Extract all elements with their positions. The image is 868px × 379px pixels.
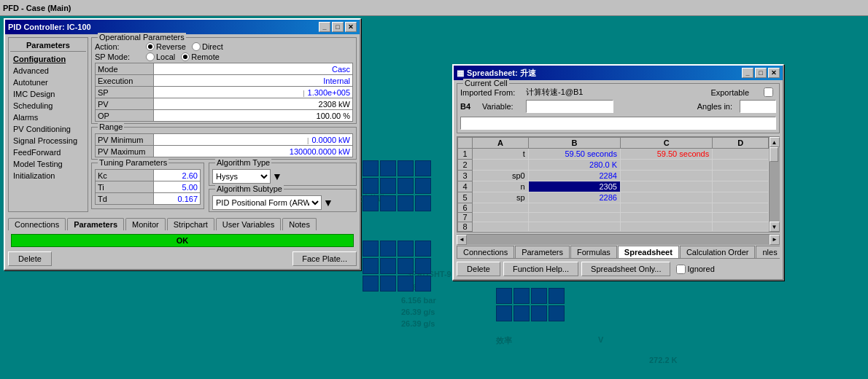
cell-b2[interactable]: 280.0 K (528, 160, 620, 171)
cell-a6[interactable] (473, 203, 529, 213)
ss-tab-nles[interactable]: nles (756, 246, 780, 258)
cell-b6[interactable] (528, 203, 620, 213)
cell-b7[interactable] (528, 213, 620, 222)
algo-type-dropdown-arrow[interactable]: ▼ (272, 171, 282, 182)
grid-vertical-scrollbar[interactable]: ▲ ▼ (769, 137, 779, 232)
formula-bar[interactable] (460, 117, 776, 130)
sidebar-item-advanced[interactable]: Advanced (10, 65, 86, 77)
spreadsheet-only-button[interactable]: Spreadsheet Only... (581, 262, 670, 276)
cell-b1[interactable]: 59.50 seconds (528, 149, 620, 160)
col-header-d[interactable]: D (713, 138, 769, 149)
cell-c7[interactable] (620, 213, 712, 222)
variable-input[interactable] (526, 100, 613, 113)
angles-in-input[interactable] (740, 100, 776, 113)
ss-tab-parameters[interactable]: Parameters (515, 246, 570, 258)
cell-d6[interactable] (713, 203, 769, 213)
scroll-right-button[interactable]: ► (770, 235, 780, 245)
scroll-thumb-v[interactable] (770, 147, 778, 162)
ss-close-button[interactable]: ✕ (768, 68, 780, 78)
sidebar-item-model-testing[interactable]: Model Testing (10, 158, 86, 170)
reverse-radio-circle[interactable] (146, 42, 155, 51)
cell-b8[interactable] (528, 222, 620, 232)
minimize-button[interactable]: _ (319, 22, 330, 32)
cell-c4[interactable] (620, 181, 712, 192)
kc-value[interactable]: 2.60 (154, 170, 201, 181)
face-plate-button[interactable]: Face Plate... (292, 251, 357, 266)
remote-radio-circle[interactable] (181, 52, 190, 61)
cell-c8[interactable] (620, 222, 712, 232)
cell-d4[interactable] (713, 181, 769, 192)
sidebar-item-feedforward[interactable]: FeedForward (10, 146, 86, 158)
local-radio-circle[interactable] (146, 52, 155, 61)
cell-c6[interactable] (620, 203, 712, 213)
cell-c1[interactable]: 59.50 seconds (620, 149, 712, 160)
col-header-a[interactable]: A (473, 138, 529, 149)
sp-remote[interactable]: Remote (181, 52, 220, 61)
sidebar-item-pv-conditioning[interactable]: PV Conditioning (10, 123, 86, 135)
tab-user-variables[interactable]: User Variables (216, 218, 281, 230)
pv-max-value[interactable]: 130000.0000 kW (154, 146, 353, 157)
sidebar-item-alarms[interactable]: Alarms (10, 112, 86, 123)
ss-maximize-button[interactable]: □ (755, 68, 767, 78)
cell-b4-selected[interactable]: 2305 (528, 181, 620, 192)
ss-tab-connections[interactable]: Connections (457, 246, 514, 258)
cell-b3[interactable]: 2284 (528, 171, 620, 181)
tab-parameters[interactable]: Parameters (67, 218, 124, 230)
scroll-track-h[interactable] (467, 235, 770, 245)
ss-tab-calculation-order[interactable]: Calculation Order (680, 246, 756, 258)
sidebar-item-imc-design[interactable]: IMC Design (10, 88, 86, 100)
exportable-checkbox[interactable] (764, 87, 773, 97)
algo-type-select[interactable]: Hysys (212, 169, 271, 184)
direct-radio-circle[interactable] (192, 42, 201, 51)
sp-value[interactable]: |1.300e+005 (154, 87, 353, 98)
maximize-button[interactable]: □ (332, 22, 344, 32)
scroll-up-button[interactable]: ▲ (770, 137, 780, 147)
scroll-left-button[interactable]: ◄ (457, 235, 467, 245)
tab-stripchart[interactable]: Stripchart (167, 218, 214, 230)
ss-tab-spreadsheet[interactable]: Spreadsheet (618, 246, 679, 258)
sp-local[interactable]: Local (146, 52, 175, 61)
td-value[interactable]: 0.167 (154, 193, 201, 205)
cell-d1[interactable] (713, 149, 769, 160)
ss-minimize-button[interactable]: _ (742, 68, 753, 78)
tab-notes[interactable]: Notes (282, 218, 317, 230)
scroll-track-v[interactable] (770, 147, 780, 222)
cell-c2[interactable] (620, 160, 712, 171)
action-direct[interactable]: Direct (192, 42, 223, 51)
cell-d5[interactable] (713, 192, 769, 203)
pv-min-value[interactable]: |0.0000 kW (154, 134, 353, 146)
cell-d2[interactable] (713, 160, 769, 171)
sidebar-item-scheduling[interactable]: Scheduling (10, 100, 86, 112)
cell-a7[interactable] (473, 213, 529, 222)
cell-a5[interactable]: sp (473, 192, 529, 203)
grid-horizontal-scrollbar[interactable]: ◄ ► (457, 234, 780, 244)
ss-delete-button[interactable]: Delete (457, 262, 500, 276)
ignored-checkbox[interactable] (676, 265, 686, 274)
tab-connections[interactable]: Connections (8, 218, 66, 230)
action-reverse[interactable]: Reverse (146, 42, 186, 51)
cell-c3[interactable] (620, 171, 712, 181)
sidebar-item-initialization[interactable]: Initialization (10, 170, 86, 181)
delete-button[interactable]: Delete (8, 251, 52, 266)
cell-a1[interactable]: t (473, 149, 529, 160)
cell-c5[interactable] (620, 192, 712, 203)
close-button[interactable]: ✕ (345, 22, 357, 32)
cell-a8[interactable] (473, 222, 529, 232)
sidebar-item-autotuner[interactable]: Autotuner (10, 77, 86, 88)
cell-d8[interactable] (713, 222, 769, 232)
cell-b5[interactable]: 2286 (528, 192, 620, 203)
cell-a3[interactable]: sp0 (473, 171, 529, 181)
cell-d3[interactable] (713, 171, 769, 181)
function-help-button[interactable]: Function Help... (503, 262, 578, 276)
algo-subtype-select[interactable]: PID Positional Form (ARW) (212, 195, 322, 210)
cell-a4[interactable]: n (473, 181, 529, 192)
cell-a2[interactable] (473, 160, 529, 171)
scroll-down-button[interactable]: ▼ (770, 222, 780, 232)
sidebar-item-signal-processing[interactable]: Signal Processing (10, 135, 86, 146)
col-header-c[interactable]: C (620, 138, 712, 149)
tab-monitor[interactable]: Monitor (125, 218, 166, 230)
cell-d7[interactable] (713, 213, 769, 222)
ti-value[interactable]: 5.00 (154, 181, 201, 193)
sidebar-item-configuration[interactable]: Configuration (10, 53, 86, 65)
algo-subtype-dropdown-arrow[interactable]: ▼ (323, 197, 333, 208)
